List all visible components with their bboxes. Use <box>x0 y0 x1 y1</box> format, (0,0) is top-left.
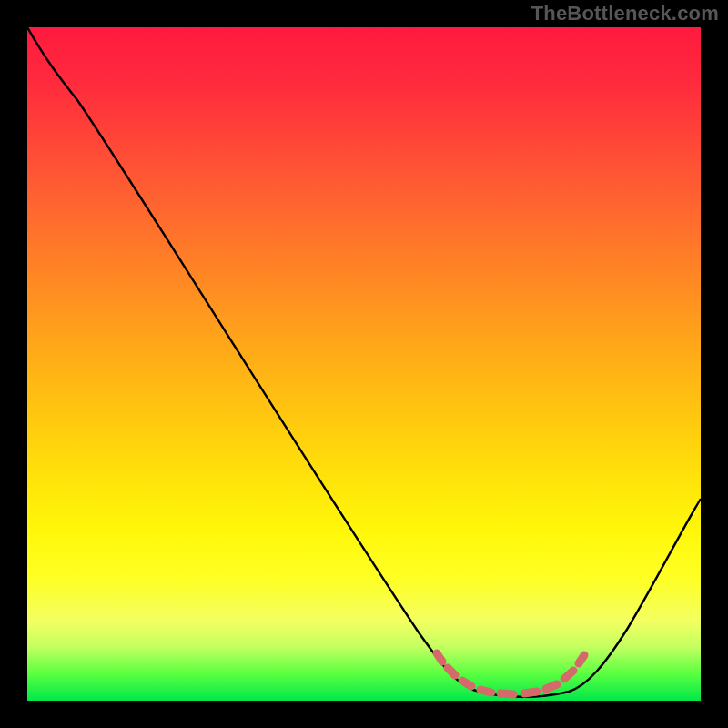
bottleneck-curve-svg <box>27 27 701 701</box>
svg-line-0 <box>437 653 442 662</box>
svg-line-7 <box>564 671 573 679</box>
svg-line-8 <box>579 655 584 663</box>
svg-line-5 <box>524 692 537 693</box>
chart-frame: TheBottleneck.com <box>0 0 728 728</box>
watermark-text: TheBottleneck.com <box>531 2 719 25</box>
optimal-flat-marker <box>437 653 584 694</box>
svg-line-3 <box>480 690 491 693</box>
svg-line-2 <box>462 681 471 686</box>
svg-line-4 <box>500 693 513 694</box>
svg-line-6 <box>546 684 557 689</box>
bottleneck-curve <box>27 27 701 697</box>
svg-line-1 <box>448 668 455 675</box>
